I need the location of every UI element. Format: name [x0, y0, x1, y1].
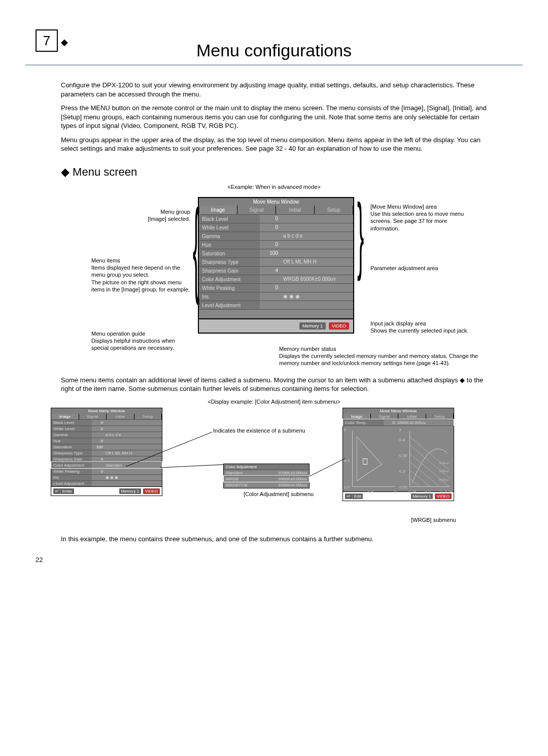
label-wrgb-submenu: [WRGB] submenu — [411, 516, 456, 523]
label-menu-group: Menu group [Image] selected. — [99, 208, 190, 223]
page: 7 ◆ Menu configurations Configure the DP… — [0, 0, 548, 574]
foot-enter: ↵ : Enter — [53, 488, 74, 494]
tab-setup: Setup — [426, 414, 454, 419]
tab-image: Image — [343, 414, 371, 419]
row-rest: a b c d e — [280, 233, 353, 239]
tab-initial: Initial — [398, 414, 426, 419]
foot-edit: ↵ : Edit — [345, 494, 363, 499]
submenu-box: Color Adjustment Standard6700K±0.000uv W… — [223, 464, 310, 488]
row-name: Iris — [51, 475, 92, 480]
submenu-title: Color Adjustment — [224, 464, 309, 470]
menu-main: Move Menu Window Image Signal Initial Se… — [198, 197, 354, 334]
diamond-icon: ◆ — [61, 37, 68, 48]
example-caption: <Example: When in advanced mode> — [25, 184, 523, 190]
y-label: y — [344, 427, 346, 432]
row-name: Saturation — [51, 444, 92, 450]
label-memory-status: Memory number status Displays the curren… — [279, 345, 492, 367]
svg-rect-0 — [363, 458, 367, 464]
mini-topbar: Move Menu Window — [343, 408, 454, 414]
label-input-jack: Input jack display area Shows the curren… — [370, 320, 482, 335]
row-val: 0 — [92, 439, 104, 443]
y-label: y — [399, 427, 401, 432]
mini-topbar: Move Menu Window — [51, 408, 162, 414]
tab-signal: Signal — [237, 206, 276, 214]
para-below-diagrams: In this example, the menu contains three… — [61, 535, 487, 544]
row-val: 4 — [260, 268, 280, 273]
mini-menu-left: Move Menu Window Image Signal Initial Se… — [51, 408, 162, 496]
row-name: Sharpness Gain — [51, 456, 92, 462]
row-val: 100 — [260, 250, 280, 256]
row-name: White Level — [51, 426, 92, 432]
sub-caption: <Display example: [Color Adjustment] ite… — [25, 399, 523, 405]
menu-footer: Memory 1 VIDEO — [199, 318, 353, 333]
row-rest: Off L ML MH H — [104, 451, 162, 455]
row-name: White Peaking — [199, 284, 260, 292]
brace-icon: } — [357, 191, 364, 276]
x-tick: 0.5 — [368, 490, 373, 495]
x-tick: 0.25 — [408, 490, 417, 495]
sub-row-r: 6500K±0.000uv — [279, 477, 307, 481]
row-name: Hue — [199, 241, 260, 249]
tab-initial: Initial — [276, 206, 315, 214]
row-rest: WRGB 6500K±0.000uv — [280, 276, 353, 282]
row-rest: ◉ ◉ ◉ — [280, 293, 353, 299]
intro-para-3: Menu groups appear in the upper area of … — [61, 136, 487, 153]
section-number: 7 — [43, 33, 50, 49]
intro-para-2: Press the MENU button on the remote cont… — [61, 104, 487, 130]
sub-row-l: WRGB — [226, 477, 279, 481]
row-val: 0 — [260, 224, 280, 230]
section-number-box: 7 — [36, 29, 58, 52]
foot-input: VIDEO — [143, 488, 160, 494]
row-val: 0 — [92, 469, 104, 474]
tab-image: Image — [199, 206, 237, 214]
brace-icon: } — [193, 193, 199, 299]
row-name: Gamma — [199, 232, 260, 240]
label-submenu-exists: Indicates the existence of a submenu — [213, 427, 305, 434]
page-number: 22 — [36, 556, 43, 564]
row-rest: Off L ML MH H — [280, 259, 353, 265]
label-color-submenu: [Color Adjustment] submenu — [244, 490, 314, 498]
y-tick: 0.4 — [399, 438, 405, 442]
sub-row-l: WRGBYCM — [226, 483, 279, 487]
mini-menu-right: Move Menu Window Image Signal Initial Se… — [342, 408, 454, 501]
svg-line-3 — [310, 458, 345, 476]
row-rest: 6900K±0.005uv — [396, 420, 454, 425]
menu-body: Black Level0 White Level0 Gammaa b c d e… — [199, 214, 353, 309]
x-label: x — [394, 490, 396, 495]
uv-label: 0.02uv — [439, 462, 449, 465]
row-name: Level Adjustment — [51, 481, 92, 486]
row-val: 0 — [260, 242, 280, 247]
foot-input: VIDEO — [329, 322, 349, 330]
y-tick: 0.3 — [399, 469, 405, 474]
row-name: Iris — [199, 292, 260, 301]
label-move-window: [Move Menu Window] area Use this selecti… — [370, 203, 472, 232]
title-rule — [25, 64, 523, 65]
row-val: 4 — [92, 457, 104, 462]
svg-line-2 — [160, 465, 223, 468]
uv-label: 0.00uv — [439, 470, 449, 473]
y-tick: 0.25 — [399, 485, 407, 489]
sub-row-r: 6500K±0.000uv — [279, 483, 307, 487]
row-name: White Level — [199, 223, 260, 232]
row-name: Saturation — [199, 249, 260, 257]
row-name: Sharpness Gain — [199, 267, 260, 275]
row-val: 0 — [92, 420, 104, 425]
sub-row-r: 6700K±0.000uv — [279, 471, 307, 475]
x-label: x — [440, 490, 442, 495]
subhead-menu-screen: ◆ Menu screen — [61, 166, 487, 179]
row-val: 0 — [384, 420, 396, 425]
tab-image: Image — [51, 414, 79, 419]
diagram-submenus: Move Menu Window Image Signal Initial Se… — [41, 408, 507, 535]
tab-setup: Setup — [134, 414, 162, 419]
row-name: Color Temp. — [343, 420, 384, 425]
row-rest: ◉ ◉ ◉ — [104, 475, 162, 480]
row-name: White Peaking — [51, 469, 92, 474]
tab-signal: Signal — [79, 414, 107, 419]
row-name: Level Adjustment — [199, 301, 260, 309]
label-menu-items: Menu items Items displayed here depend o… — [91, 257, 193, 293]
diagram-main: Menu group [Image] selected. Menu items … — [46, 193, 502, 366]
x-tick: 0.3 — [425, 490, 430, 495]
uv-label: -0.02uv — [438, 478, 449, 481]
tab-initial: Initial — [107, 414, 134, 419]
y-tick: 0.35 — [399, 453, 407, 458]
